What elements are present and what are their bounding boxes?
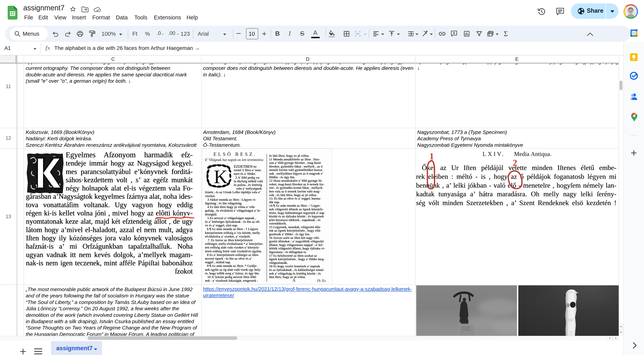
svg-text:31: 31 <box>632 32 636 35</box>
